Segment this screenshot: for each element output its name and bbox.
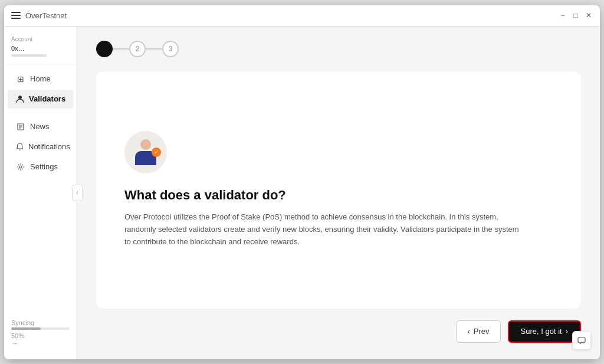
minimize-button[interactable]: −	[559, 11, 567, 19]
sidebar-item-home[interactable]: ⊞ Home	[8, 70, 73, 88]
sync-progress-bar	[11, 327, 70, 330]
figure-head	[140, 139, 151, 150]
step-line-2	[146, 48, 162, 50]
sidebar-bottom: Syncing 50% →	[4, 314, 77, 352]
account-label: Account	[11, 36, 70, 42]
figure-check-badge: ✓	[152, 147, 161, 157]
footer-row: ‹ Prev Sure, I got it ›	[96, 320, 581, 345]
account-bar	[11, 54, 47, 57]
prev-label: Prev	[474, 327, 490, 336]
next-button[interactable]: Sure, I got it ›	[508, 320, 581, 343]
app-window: OverTestnet − □ ✕ Account 0x… ⊞ Home	[4, 5, 600, 359]
news-icon	[16, 122, 25, 132]
sync-pct: 50%	[11, 332, 70, 339]
main-area: Account 0x… ⊞ Home Validators	[4, 27, 600, 359]
settings-icon	[16, 162, 25, 172]
step-1	[96, 41, 113, 57]
sync-arrow: →	[11, 339, 70, 347]
sidebar-item-notifications[interactable]: Notifications	[8, 137, 73, 156]
next-chevron-icon: ›	[566, 327, 568, 336]
menu-icon[interactable]	[11, 12, 21, 19]
sidebar-item-settings-label: Settings	[30, 162, 58, 171]
step-2: 2	[129, 41, 146, 57]
sidebar-collapse-button[interactable]: ‹	[72, 185, 83, 201]
svg-point-0	[18, 96, 22, 99]
titlebar: OverTestnet − □ ✕	[4, 5, 600, 27]
info-card: ✓ What does a validator do? Over Protoco…	[96, 71, 581, 309]
validator-illustration: ✓	[124, 131, 167, 173]
sync-label: Syncing	[11, 319, 70, 326]
account-address: 0x…	[11, 45, 70, 52]
close-button[interactable]: ✕	[585, 11, 593, 19]
next-label: Sure, I got it	[521, 327, 562, 336]
sidebar-item-settings[interactable]: Settings	[8, 158, 73, 176]
sidebar: Account 0x… ⊞ Home Validators	[4, 27, 77, 359]
sidebar-item-home-label: Home	[30, 74, 51, 83]
step-3: 3	[162, 41, 179, 57]
validators-icon	[16, 94, 24, 104]
prev-button[interactable]: ‹ Prev	[456, 320, 500, 343]
sidebar-item-validators[interactable]: Validators	[8, 90, 73, 109]
figure-body: ✓	[135, 151, 156, 165]
svg-point-2	[101, 46, 107, 52]
nav-divider	[10, 113, 71, 113]
prev-chevron-icon: ‹	[467, 327, 470, 336]
app-title: OverTestnet	[25, 11, 67, 20]
steps-row: 2 3	[96, 41, 581, 57]
content-area: 2 3 ✓ What does a validator do? Over Pro…	[77, 27, 600, 359]
validator-figure: ✓	[134, 139, 157, 165]
maximize-button[interactable]: □	[572, 11, 580, 19]
window-controls: − □ ✕	[559, 11, 593, 19]
card-title: What does a validator do?	[124, 188, 553, 203]
home-icon: ⊞	[16, 74, 25, 84]
notifications-icon	[16, 142, 24, 152]
sync-progress-fill	[11, 327, 41, 330]
svg-point-1	[19, 166, 22, 168]
account-section: Account 0x…	[4, 34, 77, 64]
card-body: Over Protocol utilizes the Proof of Stak…	[124, 211, 526, 248]
step-line-1	[113, 48, 129, 50]
sidebar-item-validators-label: Validators	[29, 94, 65, 103]
chat-button[interactable]	[572, 331, 591, 350]
sidebar-item-notifications-label: Notifications	[28, 142, 70, 151]
titlebar-left: OverTestnet	[11, 11, 559, 20]
sidebar-item-news-label: News	[30, 122, 50, 131]
sidebar-item-news[interactable]: News	[8, 117, 73, 136]
